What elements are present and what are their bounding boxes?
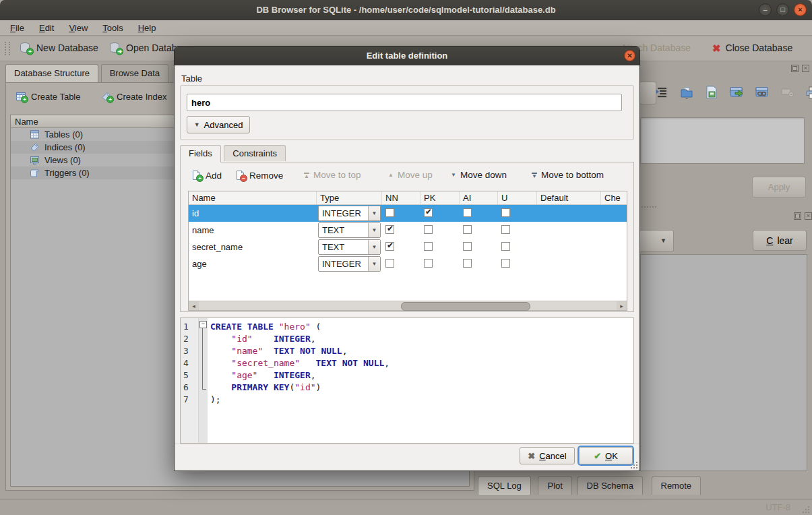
encoding-indicator[interactable]: UTF-8 <box>766 502 790 512</box>
col-header-pk[interactable]: PK <box>420 191 460 204</box>
add-field-button[interactable]: + Add <box>191 170 222 181</box>
u-checkbox[interactable] <box>501 242 510 251</box>
fold-collapse-icon[interactable]: − <box>199 321 207 328</box>
dialog-close-icon[interactable]: ✕ <box>624 50 635 61</box>
ai-cell <box>460 225 498 236</box>
pk-checkbox[interactable] <box>424 242 433 251</box>
dialog-titlebar[interactable]: Edit table definition ✕ <box>175 47 639 65</box>
resize-grip[interactable] <box>802 506 810 514</box>
export-icon[interactable] <box>705 85 718 100</box>
move-to-bottom-button[interactable]: ▼ Move to bottom <box>532 170 604 180</box>
tab-plot[interactable]: Plot <box>538 476 571 495</box>
table-row[interactable]: age INTEGER▼ <box>189 255 627 272</box>
dock-splitter-handle[interactable] <box>639 206 656 208</box>
menu-edit[interactable]: Edit <box>32 22 61 34</box>
type-combobox[interactable]: TEXT▼ <box>318 239 381 255</box>
u-checkbox[interactable] <box>501 259 510 268</box>
window-titlebar[interactable]: DB Browser for SQLite - /home/user/code/… <box>0 0 812 20</box>
col-header-ai[interactable]: AI <box>460 191 498 204</box>
print-icon[interactable] <box>806 86 812 100</box>
dock-close-icon[interactable]: × <box>805 212 812 220</box>
open-external-icon[interactable] <box>729 86 744 99</box>
tab-sql-log[interactable]: SQL Log <box>478 476 531 495</box>
create-table-button[interactable]: + Create Table <box>11 89 84 104</box>
chevron-down-icon: ▼ <box>368 240 380 254</box>
col-header-name[interactable]: Name <box>189 191 317 204</box>
tab-constraints[interactable]: Constraints <box>224 145 286 161</box>
tab-browse-data[interactable]: Browse Data <box>101 64 168 82</box>
minimize-icon[interactable]: – <box>759 3 772 16</box>
import-icon[interactable] <box>679 85 694 100</box>
col-header-default[interactable]: Default <box>537 191 601 204</box>
scroll-left-icon[interactable]: ◂ <box>189 301 199 310</box>
u-checkbox[interactable] <box>501 225 510 234</box>
scrollbar-handle[interactable] <box>401 302 530 311</box>
ai-checkbox[interactable] <box>463 242 472 251</box>
line-number: 4 <box>183 357 197 369</box>
type-combobox[interactable]: INTEGER▼ <box>318 256 381 272</box>
table-row[interactable]: name TEXT▼ <box>189 222 627 239</box>
col-header-type[interactable]: Type <box>317 191 382 204</box>
new-database-button[interactable]: + New Database <box>16 39 101 57</box>
type-combobox[interactable]: INTEGER▼ <box>318 206 381 221</box>
tab-db-schema[interactable]: DB Schema <box>577 476 643 495</box>
apply-button[interactable]: Apply <box>752 177 806 198</box>
type-combobox[interactable]: TEXT▼ <box>318 222 381 238</box>
link-icon[interactable] <box>755 86 770 99</box>
menu-tools[interactable]: Tools <box>95 22 130 34</box>
close-icon[interactable]: × <box>794 3 807 16</box>
remove-field-button[interactable]: − Remove <box>235 170 283 181</box>
ok-button[interactable]: ✔ OK <box>579 447 633 464</box>
dialog-resize-grip[interactable] <box>630 461 638 469</box>
tab-database-structure[interactable]: Database Structure <box>5 64 98 82</box>
pk-checkbox[interactable] <box>424 259 433 268</box>
menu-file[interactable]: File <box>3 22 32 34</box>
dock-float-icon[interactable] <box>794 212 801 220</box>
toolbar-grip[interactable] <box>5 42 10 55</box>
menu-view[interactable]: View <box>61 22 95 34</box>
remove-icon: − <box>235 170 245 181</box>
move-down-button[interactable]: ▼ Move down <box>451 170 507 180</box>
tab-remote[interactable]: Remote <box>652 476 701 495</box>
col-header-nn[interactable]: NN <box>382 191 420 204</box>
nn-checkbox[interactable] <box>385 242 394 251</box>
col-header-u[interactable]: U <box>498 191 537 204</box>
sql-preview[interactable]: − 1CREATE TABLE "hero" ( 2 "id" INTEGER,… <box>180 317 634 444</box>
ai-checkbox[interactable] <box>463 208 472 217</box>
pk-checkbox[interactable] <box>424 225 433 234</box>
menu-help[interactable]: Help <box>131 22 164 34</box>
nn-checkbox[interactable] <box>385 208 394 217</box>
field-name-cell[interactable]: name <box>189 225 317 235</box>
table-name-input[interactable] <box>187 94 622 111</box>
scrollbar-trough[interactable] <box>199 301 617 310</box>
pk-checkbox[interactable] <box>424 208 433 217</box>
cell-mode-button[interactable] <box>639 82 656 104</box>
dock-float-icon[interactable] <box>791 65 799 72</box>
ai-checkbox[interactable] <box>463 259 472 268</box>
wrap-lines-icon[interactable] <box>655 86 668 99</box>
table-row[interactable]: secret_name TEXT▼ <box>189 239 627 255</box>
create-index-button[interactable]: + Create Index <box>97 89 170 104</box>
field-name-cell[interactable]: secret_name <box>189 242 317 252</box>
advanced-button[interactable]: ▼ Advanced <box>187 116 250 133</box>
nn-checkbox[interactable] <box>385 225 394 234</box>
move-to-top-button[interactable]: ▲ Move to top <box>304 170 361 180</box>
cell-editor-textarea[interactable] <box>640 117 805 164</box>
dock-close-icon[interactable]: × <box>802 65 809 72</box>
col-header-check[interactable]: Che <box>601 191 625 204</box>
tab-fields[interactable]: Fields <box>180 145 221 162</box>
field-name-cell[interactable]: id <box>189 208 317 218</box>
clear-log-button[interactable]: Clear <box>753 230 807 251</box>
ai-checkbox[interactable] <box>463 225 472 234</box>
table-row[interactable]: id INTEGER▼ <box>189 205 627 222</box>
u-checkbox[interactable] <box>501 208 510 217</box>
cancel-button[interactable]: ✖ Cancel <box>520 447 575 464</box>
sql-log-textarea[interactable] <box>640 254 807 471</box>
field-name-cell[interactable]: age <box>189 259 317 269</box>
nn-checkbox[interactable] <box>385 259 394 268</box>
maximize-icon[interactable]: □ <box>776 3 789 16</box>
close-database-button[interactable]: ✖ Close Database <box>710 39 795 57</box>
set-null-icon[interactable] <box>780 86 795 98</box>
move-up-button[interactable]: ▲ Move up <box>388 170 433 180</box>
scroll-right-icon[interactable]: ▸ <box>617 301 627 310</box>
